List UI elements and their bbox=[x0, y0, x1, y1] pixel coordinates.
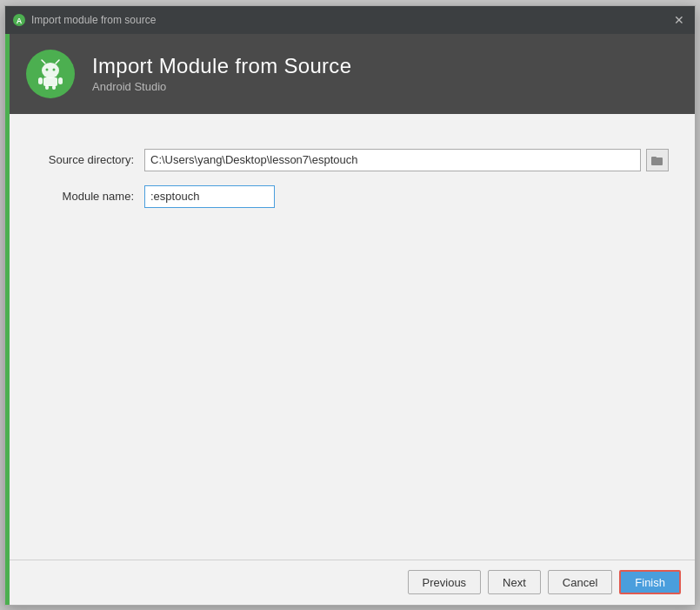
folder-icon bbox=[651, 155, 663, 165]
svg-rect-13 bbox=[651, 157, 657, 159]
source-directory-label: Source directory: bbox=[31, 153, 144, 166]
svg-point-3 bbox=[46, 68, 49, 70]
finish-button[interactable]: Finish bbox=[619, 570, 681, 594]
header-title: Import Module from Source bbox=[92, 54, 351, 78]
module-name-row: Module name: bbox=[31, 185, 669, 208]
dialog-footer: Previous Next Cancel Finish bbox=[5, 560, 695, 605]
svg-text:A: A bbox=[17, 17, 23, 25]
next-button[interactable]: Next bbox=[488, 570, 541, 594]
dialog-window: A Import module from source ✕ bbox=[4, 5, 696, 606]
svg-point-2 bbox=[42, 63, 59, 78]
svg-line-6 bbox=[56, 60, 59, 64]
browse-button[interactable] bbox=[646, 149, 669, 171]
android-logo bbox=[26, 50, 75, 98]
android-icon bbox=[35, 58, 66, 90]
dialog-content: Source directory: Module name: bbox=[5, 114, 695, 560]
module-name-input[interactable] bbox=[144, 185, 275, 208]
svg-line-5 bbox=[42, 60, 45, 64]
module-name-label: Module name: bbox=[31, 190, 144, 203]
android-studio-title-icon: A bbox=[12, 13, 26, 27]
title-bar: A Import module from source ✕ bbox=[5, 6, 695, 34]
svg-rect-11 bbox=[52, 85, 56, 90]
left-accent-bar bbox=[5, 34, 10, 560]
dialog-header: Import Module from Source Android Studio bbox=[5, 34, 695, 114]
svg-rect-9 bbox=[58, 77, 63, 84]
cancel-button[interactable]: Cancel bbox=[548, 570, 612, 594]
title-bar-text: Import module from source bbox=[31, 14, 156, 26]
header-text: Import Module from Source Android Studio bbox=[92, 54, 351, 93]
source-directory-input-wrapper bbox=[144, 149, 669, 171]
module-name-input-wrapper bbox=[144, 185, 669, 208]
svg-rect-10 bbox=[45, 85, 49, 90]
header-subtitle: Android Studio bbox=[92, 80, 351, 93]
close-button[interactable]: ✕ bbox=[670, 11, 688, 29]
title-bar-left: A Import module from source bbox=[12, 13, 156, 27]
svg-rect-7 bbox=[43, 77, 57, 86]
left-accent-bar-bottom bbox=[5, 560, 10, 605]
svg-rect-8 bbox=[38, 77, 43, 84]
svg-point-4 bbox=[53, 68, 56, 70]
source-directory-row: Source directory: bbox=[31, 149, 669, 171]
previous-button[interactable]: Previous bbox=[408, 570, 482, 594]
content-spacer bbox=[31, 222, 669, 542]
source-directory-input[interactable] bbox=[144, 149, 641, 171]
